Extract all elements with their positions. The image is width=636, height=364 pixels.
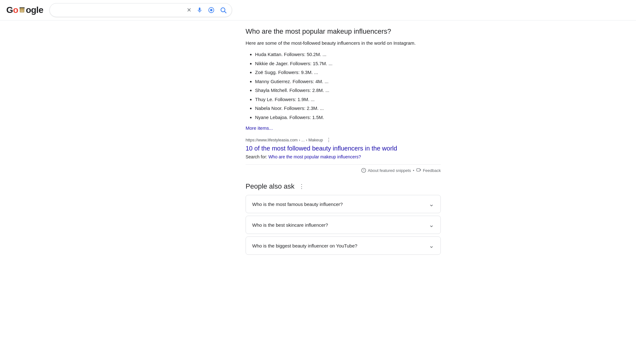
search-input[interactable]: popular beauty product influencer [54, 7, 186, 13]
list-item: Nikkie de Jager. Followers: 15.7M. ... [255, 60, 441, 67]
result-title-link[interactable]: 10 of the most followed beauty influence… [246, 144, 441, 152]
source-url: https://www.lifestyleasia.com › ... › Ma… [246, 138, 323, 142]
paa-menu-button[interactable]: ⋮ [298, 183, 306, 190]
feedback-icon [416, 168, 421, 173]
snippet-footer: ? About featured snippets • Feedback [246, 164, 441, 173]
paa-question-item[interactable]: Who is the best skincare influencer?⌄ [246, 216, 441, 234]
logo-letter-o1: o [13, 5, 18, 15]
people-also-ask-section: People also ask ⋮ Who is the most famous… [246, 182, 441, 255]
paa-question-item[interactable]: Who is the biggest beauty influencer on … [246, 236, 441, 255]
footer-separator: • [413, 168, 414, 173]
about-snippets-item[interactable]: ? About featured snippets [361, 168, 411, 173]
paa-header: People also ask ⋮ [246, 182, 441, 191]
header: G o o g l e [0, 0, 636, 20]
list-item: Shayla Mitchell. Followers: 2.8M. ... [255, 87, 441, 94]
snippet-title: Who are the most popular makeup influenc… [246, 27, 441, 37]
svg-rect-4 [20, 7, 21, 9]
paa-question-text: Who is the biggest beauty influencer on … [252, 243, 357, 248]
svg-rect-13 [417, 169, 420, 171]
more-items-link[interactable]: More items... [246, 125, 273, 131]
svg-rect-3 [20, 10, 24, 12]
chevron-down-icon: ⌄ [429, 242, 434, 249]
image-search-button[interactable] [207, 6, 215, 14]
featured-snippet: Who are the most popular makeup influenc… [246, 27, 441, 173]
source-menu-button[interactable]: ⋮ [325, 137, 332, 143]
logo-letter-l: l [36, 5, 38, 15]
about-snippets-label: About featured snippets [368, 168, 411, 173]
search-bar[interactable]: popular beauty product influencer ✕ [49, 3, 232, 17]
logo-letter-e: e [38, 5, 43, 15]
feedback-item[interactable]: Feedback [416, 168, 441, 173]
svg-rect-5 [21, 7, 23, 8]
paa-title: People also ask [246, 182, 294, 191]
list-item: Huda Kattan. Followers: 50.2M. ... [255, 51, 441, 58]
question-icon: ? [361, 168, 366, 173]
chevron-down-icon: ⌄ [429, 200, 434, 208]
search-icons: ✕ [186, 6, 227, 14]
svg-rect-6 [23, 7, 25, 9]
svg-text:?: ? [363, 169, 365, 172]
list-item: Nabela Noor. Followers: 2.3M. ... [255, 105, 441, 112]
feedback-label: Feedback [423, 168, 441, 173]
list-item: Zoë Sugg. Followers: 9.3M. ... [255, 69, 441, 76]
search-for-row: Search for: Who are the most popular mak… [246, 154, 441, 159]
svg-rect-2 [22, 9, 24, 10]
paa-questions-list: Who is the most famous beauty influencer… [246, 195, 441, 255]
svg-line-10 [225, 11, 226, 13]
voice-search-button[interactable] [196, 6, 203, 14]
clear-button[interactable]: ✕ [186, 6, 192, 14]
snippet-list: Huda Kattan. Followers: 50.2M. ...Nikkie… [246, 51, 441, 121]
svg-rect-1 [20, 9, 22, 10]
search-for-prefix: Search for: [246, 154, 267, 159]
chevron-down-icon: ⌄ [429, 221, 434, 229]
logo-pixel-char [18, 5, 26, 15]
main-content: Who are the most popular makeup influenc… [183, 20, 453, 270]
paa-question-text: Who is the best skincare influencer? [252, 222, 328, 228]
search-button[interactable] [219, 6, 227, 14]
search-for-link[interactable]: Who are the most popular makeup influenc… [268, 154, 361, 159]
svg-point-8 [210, 9, 213, 11]
source-url-row: https://www.lifestyleasia.com › ... › Ma… [246, 137, 441, 143]
list-item: Thuy Le. Followers: 1.9M. ... [255, 96, 441, 103]
logo-letter-o2: o [26, 5, 31, 15]
paa-question-text: Who is the most famous beauty influencer… [252, 202, 343, 207]
logo-letter-g: G [6, 5, 13, 15]
snippet-subtitle: Here are some of the most-followed beaut… [246, 40, 441, 47]
google-logo[interactable]: G o o g l e [6, 5, 43, 15]
paa-question-item[interactable]: Who is the most famous beauty influencer… [246, 195, 441, 213]
list-item: Manny Gutierrez. Followers: 4M. ... [255, 78, 441, 85]
source-section: https://www.lifestyleasia.com › ... › Ma… [246, 137, 441, 159]
logo-container[interactable]: G o o g l e [6, 5, 43, 15]
list-item: Nyane Lebajoa. Followers: 1.5M. [255, 114, 441, 121]
logo-letter-g2: g [31, 5, 37, 15]
